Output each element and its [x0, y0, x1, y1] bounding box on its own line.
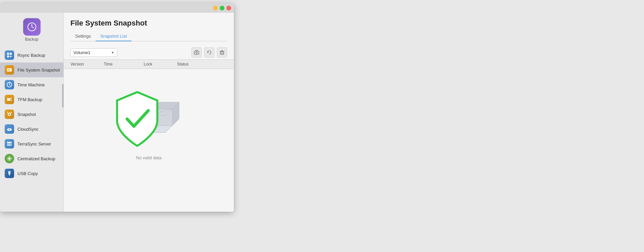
- shield-check-icon: [112, 89, 162, 149]
- sidebar-item-centralized-backup[interactable]: Centralized Backup: [0, 151, 63, 166]
- camera-icon: [194, 50, 199, 55]
- svg-rect-12: [7, 98, 10, 101]
- central-backup-icon: [5, 154, 14, 163]
- toolbar: Volume1 ▼: [64, 45, 234, 59]
- sidebar-resize-handle[interactable]: [62, 84, 64, 108]
- svg-rect-13: [11, 97, 12, 99]
- svg-rect-7: [8, 69, 11, 70]
- table-container: Version Time Lock Status: [64, 59, 234, 212]
- volume-dropdown[interactable]: Volume1 ▼: [70, 48, 117, 57]
- svg-rect-6: [7, 68, 12, 72]
- centralized-backup-label: Centralized Backup: [17, 156, 55, 161]
- svg-rect-34: [9, 174, 10, 176]
- time-machine-label: Time Machine: [17, 82, 45, 87]
- svg-rect-33: [8, 171, 10, 174]
- fss-label: File System Snapshot: [17, 68, 60, 73]
- sidebar-logo: Backup: [23, 18, 41, 42]
- tabs: Settings Snapshot List: [70, 32, 227, 41]
- snapshot-label: Snapshot: [17, 112, 36, 117]
- restore-icon: [207, 50, 212, 55]
- col-time: Time: [104, 62, 144, 67]
- svg-rect-39: [220, 51, 224, 54]
- time-machine-icon: [5, 80, 14, 89]
- sidebar-item-rsync-backup[interactable]: Rsync Backup: [0, 48, 63, 62]
- svg-rect-17: [7, 112, 8, 113]
- sidebar-item-file-system-snapshot[interactable]: File System Snapshot: [0, 62, 63, 77]
- sidebar-item-tfm-backup[interactable]: TFM Backup: [0, 92, 63, 107]
- app-logo-icon: [23, 18, 41, 36]
- sidebar-logo-label: Backup: [25, 37, 38, 42]
- svg-point-16: [9, 114, 10, 115]
- sidebar-item-time-machine[interactable]: Time Machine: [0, 77, 63, 92]
- page-header: File System Snapshot Settings Snapshot L…: [64, 13, 234, 45]
- svg-rect-37: [194, 51, 199, 54]
- sidebar-item-snapshot[interactable]: Snapshot: [0, 107, 63, 122]
- tab-snapshot-list[interactable]: Snapshot List: [96, 32, 131, 41]
- svg-rect-5: [7, 55, 9, 57]
- terrasync-server-label: TerraSync Server: [17, 141, 51, 146]
- empty-state-label: No valid data: [136, 155, 162, 160]
- volume-select-value: Volume1: [73, 50, 91, 55]
- delete-button[interactable]: [217, 47, 227, 57]
- snapshot-icon: [5, 110, 14, 119]
- svg-point-38: [196, 52, 198, 54]
- sidebar-item-terrasync-server[interactable]: TerraSync Server: [0, 136, 63, 151]
- svg-point-28: [8, 158, 10, 160]
- col-version: Version: [70, 62, 104, 67]
- svg-line-2: [32, 27, 34, 28]
- svg-line-11: [9, 85, 10, 85]
- svg-rect-4: [10, 53, 12, 55]
- chevron-down-icon: ▼: [111, 51, 114, 54]
- clock-icon: [27, 22, 37, 32]
- col-status: Status: [177, 62, 210, 67]
- sidebar-item-cloud-sync[interactable]: CloudSync: [0, 122, 63, 136]
- rsync-backup-label: Rsync Backup: [17, 53, 45, 58]
- svg-rect-36: [10, 172, 11, 172]
- app-body: Backup Rsync Backup: [0, 13, 234, 212]
- cloud-sync-icon: [5, 124, 14, 134]
- tfm-icon: [5, 95, 14, 104]
- tab-settings[interactable]: Settings: [70, 32, 96, 41]
- svg-point-26: [10, 145, 11, 145]
- table-header: Version Time Lock Status: [64, 59, 234, 69]
- minimize-button[interactable]: [213, 6, 218, 10]
- tfm-backup-label: TFM Backup: [17, 97, 42, 102]
- rsync-icon: [5, 50, 14, 60]
- svg-rect-14: [11, 99, 12, 101]
- title-bar: [0, 3, 234, 13]
- empty-illustration: [105, 85, 193, 153]
- maximize-button[interactable]: [220, 6, 224, 10]
- usb-copy-icon: [5, 169, 14, 178]
- col-lock: Lock: [144, 62, 177, 67]
- usb-copy-label: USB Copy: [17, 171, 38, 176]
- svg-point-25: [10, 142, 11, 143]
- app-window: Backup Rsync Backup: [0, 3, 234, 212]
- sidebar: Backup Rsync Backup: [0, 13, 64, 212]
- restore-button[interactable]: [204, 47, 214, 57]
- svg-rect-3: [7, 53, 9, 55]
- page-title: File System Snapshot: [70, 19, 227, 28]
- table-body-empty: No valid data: [64, 69, 234, 176]
- sidebar-item-usb-copy[interactable]: USB Copy: [0, 166, 63, 181]
- svg-rect-35: [8, 172, 8, 172]
- close-button[interactable]: [226, 6, 231, 10]
- svg-rect-8: [8, 70, 10, 71]
- terra-icon: [5, 139, 14, 149]
- camera-button[interactable]: [192, 47, 202, 57]
- trash-icon: [219, 50, 225, 55]
- cloud-sync-label: CloudSync: [17, 127, 39, 132]
- main-content: File System Snapshot Settings Snapshot L…: [64, 13, 234, 212]
- fss-icon: [5, 65, 14, 75]
- col-actions: [210, 62, 227, 67]
- svg-rect-18: [11, 112, 12, 113]
